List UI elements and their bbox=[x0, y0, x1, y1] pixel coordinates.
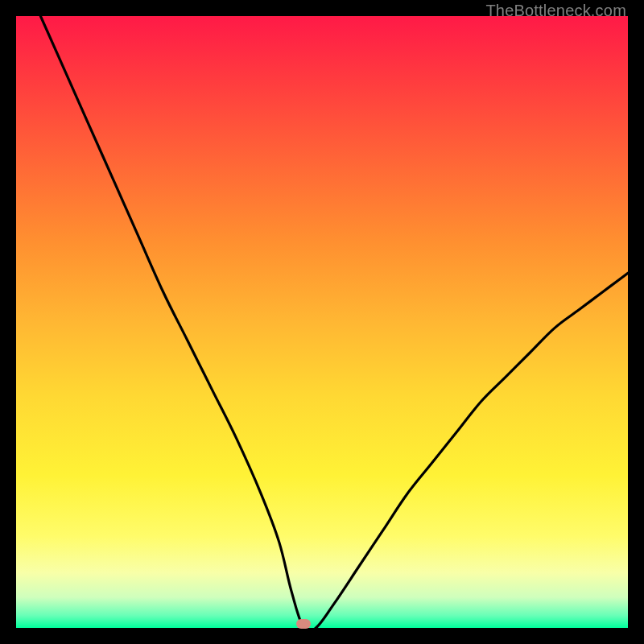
bottleneck-curve bbox=[16, 16, 628, 628]
minimum-marker bbox=[296, 619, 311, 629]
chart-plot-area bbox=[16, 16, 628, 628]
watermark-text: TheBottleneck.com bbox=[485, 2, 626, 20]
